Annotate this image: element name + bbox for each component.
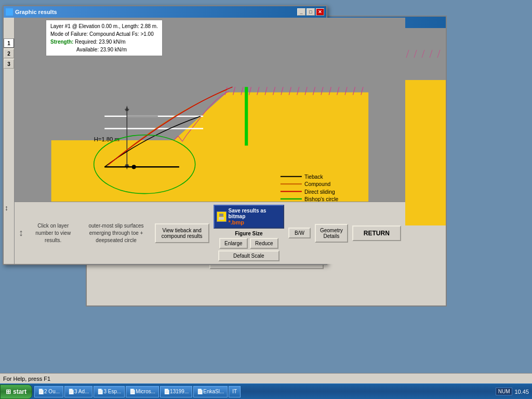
taskbar-item-5[interactable]: 📄 EnkaSl... <box>193 386 228 397</box>
titlebar-title: Graphic results <box>6 8 57 16</box>
info-line2: Mode of Failure: Compound Actual Fs: >1.… <box>50 30 158 38</box>
taskbar-item-0[interactable]: 📄 2 Ou... <box>34 386 63 397</box>
num-indicator: NUM <box>496 388 513 395</box>
bw-btn[interactable]: B/W <box>288 228 311 238</box>
layer-btn-1[interactable]: 1 <box>4 38 14 48</box>
svg-rect-80 <box>219 214 223 217</box>
taskbar-item-6[interactable]: IT <box>229 386 241 397</box>
view-tieback-btn[interactable]: View tieback and compound results <box>155 223 209 243</box>
bottom-controls: ↕ Click on layer number to view results.… <box>15 202 405 264</box>
figure-size-group: Figure Size Enlarge Reduce Default Scale <box>218 231 280 261</box>
layer-btn-3[interactable]: 3 <box>4 59 14 69</box>
info-line1: Layer #1 @ Elevation 0.00 m., Length: 2.… <box>50 22 158 30</box>
start-label: start <box>13 388 26 395</box>
taskbar-right: NUM 10.45 <box>493 388 532 395</box>
window-icon <box>6 8 13 16</box>
svg-text:Tieback: Tieback <box>304 174 323 180</box>
taskbar: ⊞ start 📄 2 Ou... 📄 3 Ad... 📄 3 Esp... 📄… <box>0 383 532 399</box>
taskbar-item-1[interactable]: 📄 3 Ad... <box>64 386 92 397</box>
close-btn[interactable]: ✕ <box>316 8 324 16</box>
svg-text:H=1.80 m: H=1.80 m <box>94 136 119 142</box>
status-bar: For Help, press F1 <box>0 373 532 383</box>
required-value: Required: 23.90 kN/m <box>75 39 125 45</box>
info-box: Layer #1 @ Elevation 0.00 m., Length: 2.… <box>46 20 163 56</box>
layer-sidebar: ↕ 1 2 3 <box>4 18 15 264</box>
strength-label: Strength: <box>50 39 73 45</box>
svg-text:Direct sliding: Direct sliding <box>304 189 335 195</box>
save-figure-group: Save results as bitmap *.bmp Figure Size… <box>214 205 284 261</box>
graphic-main: ↕ 1 2 3 Layer #1 @ Elevation 0.00 m., Le… <box>4 18 326 264</box>
save-bmp-text: Save results as bitmap *.bmp <box>229 208 282 225</box>
figure-size-label: Figure Size <box>235 231 262 236</box>
taskbar-items: 📄 2 Ou... 📄 3 Ad... 📄 3 Esp... 📄 Micros.… <box>32 386 493 397</box>
canvas-area: Layer #1 @ Elevation 0.00 m., Length: 2.… <box>15 18 405 202</box>
enlarge-btn[interactable]: Enlarge <box>219 238 248 249</box>
taskbar-item-3[interactable]: 📄 Micros... <box>126 386 159 397</box>
start-button[interactable]: ⊞ start <box>0 384 32 399</box>
titlebar-buttons: _ □ ✕ <box>297 8 324 16</box>
graphic-titlebar: Graphic results _ □ ✕ <box>4 6 326 18</box>
minimize-btn[interactable]: _ <box>297 8 305 16</box>
default-scale-btn[interactable]: Default Scale <box>218 250 280 261</box>
maximize-btn[interactable]: □ <box>307 8 315 16</box>
svg-rect-81 <box>219 217 224 220</box>
info-line3: Strength: Required: 23.90 kN/m <box>50 38 158 46</box>
graphic-results-window: Graphic results _ □ ✕ ↕ 1 2 3 <box>3 5 327 265</box>
layer-hint-text: Click on layer number to view results. <box>29 222 77 244</box>
geometry-details-btn[interactable]: Geometry Details <box>315 224 348 243</box>
reduce-btn[interactable]: Reduce <box>250 238 278 249</box>
layer-btn-2[interactable]: 2 <box>4 49 14 58</box>
desktop: Results <box>0 0 532 399</box>
enlarge-reduce-row: Enlarge Reduce <box>219 238 278 249</box>
arrow-indicator: ↕ <box>5 204 8 212</box>
save-icon <box>217 211 227 222</box>
svg-text:Bishop's circle: Bishop's circle <box>304 196 338 202</box>
svg-text:Compound: Compound <box>304 181 330 187</box>
return-btn[interactable]: RETURN <box>352 225 401 241</box>
graphic-content: Layer #1 @ Elevation 0.00 m., Length: 2.… <box>15 18 405 264</box>
taskbar-item-4[interactable]: 📄 13199... <box>160 386 192 397</box>
taskbar-item-2[interactable]: 📄 3 Esp... <box>94 386 125 397</box>
slip-surface-text: outer-most slip surfaces emerging throug… <box>82 222 150 244</box>
window-title: Graphic results <box>15 9 57 15</box>
status-text: For Help, press F1 <box>3 376 50 382</box>
scroll-arrow: ↕ <box>19 228 23 238</box>
info-line4: Available: 23.90 kN/m <box>50 46 158 54</box>
windows-icon: ⊞ <box>6 388 11 395</box>
svg-rect-60 <box>245 87 248 145</box>
clock: 10.45 <box>514 389 529 395</box>
save-bmp-btn[interactable]: Save results as bitmap *.bmp <box>214 205 284 229</box>
